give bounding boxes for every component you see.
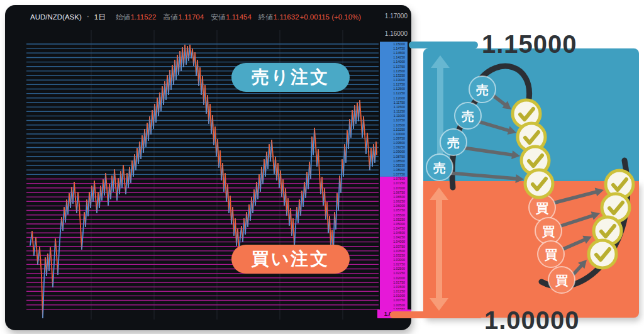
ohlc-value: 1.11632 — [274, 13, 299, 21]
svg-text:1.04750: 1.04750 — [393, 226, 405, 230]
change-value: +0.00115 (+0.10%) — [300, 13, 362, 21]
svg-text:1.08250: 1.08250 — [393, 164, 405, 167]
svg-text:1.07500: 1.07500 — [393, 177, 405, 181]
svg-text:1.03750: 1.03750 — [393, 245, 405, 248]
svg-text:1.02500: 1.02500 — [393, 267, 405, 270]
buy-orders-pill: 買い注文 — [231, 245, 350, 274]
svg-text:1.08000: 1.08000 — [393, 168, 405, 172]
ohlc-label: 終値 — [258, 13, 273, 21]
svg-text:1.01500: 1.01500 — [393, 285, 405, 289]
svg-text:1.15000: 1.15000 — [393, 42, 405, 46]
sell-orders-pill: 売り注文 — [231, 63, 350, 92]
svg-text:1.04250: 1.04250 — [393, 235, 405, 239]
timeframe-label: 1日 — [94, 13, 106, 22]
buy-price-tags[interactable]: 1.075001.072501.070001.067501.065001.062… — [380, 177, 408, 312]
svg-text:1.05500: 1.05500 — [393, 213, 405, 217]
price-chart-plot[interactable]: 1.150001.147501.145001.142501.140001.137… — [5, 5, 411, 330]
svg-text:1.13750: 1.13750 — [393, 65, 405, 69]
bottom-price-label: 1.00000 — [484, 306, 580, 334]
svg-text:1.06750: 1.06750 — [393, 191, 405, 194]
trading-chart-window: AUD/NZD(ASK) ・ 1日 始値1.11522高値1.11704安値1.… — [5, 5, 411, 330]
svg-text:1.11500: 1.11500 — [394, 105, 405, 109]
svg-text:1.11250: 1.11250 — [394, 109, 405, 113]
svg-text:1.09500: 1.09500 — [393, 141, 405, 145]
svg-text:1.07750: 1.07750 — [393, 172, 405, 176]
svg-text:1.10500: 1.10500 — [393, 123, 405, 127]
svg-text:1.09250: 1.09250 — [393, 145, 405, 149]
svg-text:1.02000: 1.02000 — [393, 276, 405, 280]
timeframe-separator: ・ — [85, 13, 91, 21]
svg-text:1.08500: 1.08500 — [393, 159, 405, 163]
svg-text:1.07000: 1.07000 — [393, 186, 405, 190]
ohlc-value: 1.11454 — [226, 13, 252, 21]
svg-text:1.09750: 1.09750 — [393, 136, 405, 140]
svg-text:1.01000: 1.01000 — [393, 294, 405, 298]
svg-text:1.06250: 1.06250 — [393, 199, 405, 203]
svg-text:1.00750: 1.00750 — [393, 298, 405, 302]
svg-text:1.06000: 1.06000 — [393, 204, 405, 208]
ohlc-label: 始値 — [116, 13, 130, 21]
sell-price-tags[interactable]: 1.150001.147501.145001.142501.140001.137… — [380, 42, 408, 177]
svg-text:1.07250: 1.07250 — [393, 181, 405, 185]
diagram-sell-zone — [423, 48, 639, 181]
svg-text:1.04000: 1.04000 — [393, 240, 405, 243]
ohlc-label: 高値 — [163, 13, 177, 21]
price-axis-label: 1.16000 — [379, 30, 408, 37]
svg-text:1.08750: 1.08750 — [393, 155, 405, 159]
svg-text:1.13500: 1.13500 — [393, 69, 405, 73]
svg-text:1.05750: 1.05750 — [393, 208, 405, 212]
svg-text:1.13250: 1.13250 — [393, 74, 405, 77]
sell-zone-connector-bar — [409, 42, 478, 48]
buy-zone-connector-bar — [390, 311, 483, 318]
svg-text:1.12500: 1.12500 — [393, 87, 405, 91]
svg-text:1.03250: 1.03250 — [393, 253, 405, 257]
svg-text:1.10250: 1.10250 — [393, 128, 405, 131]
svg-text:1.02250: 1.02250 — [393, 271, 405, 275]
svg-text:1.14000: 1.14000 — [393, 60, 405, 64]
ohlc-label: 安値 — [211, 13, 225, 21]
svg-text:1.01250: 1.01250 — [393, 289, 405, 293]
svg-text:1.03000: 1.03000 — [393, 258, 405, 262]
price-axis-label: 1.17000 — [379, 13, 408, 19]
ohlc-value: 1.11704 — [178, 13, 204, 21]
ohlc-row: 始値1.11522高値1.11704安値1.11454終値1.11632 — [116, 13, 299, 22]
symbol-label: AUD/NZD(ASK) — [30, 13, 82, 21]
svg-text:1.11000: 1.11000 — [394, 114, 405, 118]
svg-text:1.05250: 1.05250 — [393, 218, 405, 221]
svg-text:1.11750: 1.11750 — [394, 101, 405, 104]
svg-text:1.12250: 1.12250 — [393, 91, 405, 95]
svg-text:1.01750: 1.01750 — [393, 281, 405, 284]
svg-text:1.03500: 1.03500 — [393, 249, 405, 253]
svg-text:1.14250: 1.14250 — [393, 55, 405, 59]
svg-text:1.12750: 1.12750 — [393, 82, 405, 86]
svg-text:1.12000: 1.12000 — [393, 96, 405, 100]
svg-text:1.14500: 1.14500 — [393, 51, 405, 55]
page-canvas: AUD/NZD(ASK) ・ 1日 始値1.11522高値1.11704安値1.… — [0, 0, 644, 334]
svg-text:1.13000: 1.13000 — [393, 78, 405, 82]
svg-text:1.02750: 1.02750 — [393, 262, 405, 266]
ohlc-value: 1.11522 — [131, 13, 157, 21]
svg-text:1.04500: 1.04500 — [393, 231, 405, 235]
svg-text:1.09000: 1.09000 — [393, 150, 405, 153]
svg-text:1.10750: 1.10750 — [393, 118, 405, 122]
svg-text:1.00500: 1.00500 — [393, 303, 405, 307]
svg-text:1.14750: 1.14750 — [393, 47, 405, 50]
svg-text:1.05000: 1.05000 — [393, 222, 405, 226]
svg-text:1.06500: 1.06500 — [393, 195, 405, 199]
diagram-buy-zone — [423, 181, 639, 318]
top-price-label: 1.15000 — [482, 30, 577, 58]
chart-header: AUD/NZD(ASK) ・ 1日 始値1.11522高値1.11704安値1.… — [30, 12, 361, 22]
svg-text:1.10000: 1.10000 — [393, 132, 405, 136]
